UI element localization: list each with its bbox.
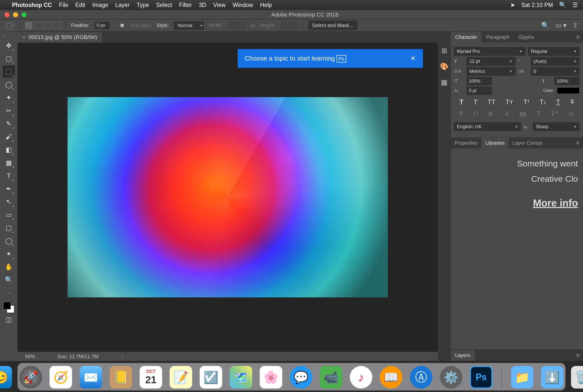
dock-maps[interactable]: 🗺️ — [230, 366, 252, 388]
artboard-tool[interactable]: ▢ — [3, 53, 15, 65]
dock-photoshop[interactable]: Ps — [470, 366, 492, 388]
more-info-link[interactable]: More info — [456, 194, 578, 212]
tab-layers[interactable]: Layers — [451, 350, 475, 361]
close-tooltip-button[interactable]: ✕ — [410, 55, 416, 62]
quick-mask-icon[interactable]: ◫ — [3, 313, 15, 325]
contextual-alt-button[interactable]: 𝓞 — [473, 110, 477, 117]
menu-file[interactable]: File — [59, 2, 68, 9]
ligatures-button[interactable]: fi — [460, 110, 463, 117]
tab-character[interactable]: Character — [451, 32, 482, 43]
vscale-input[interactable]: 100% — [467, 77, 492, 85]
menu-filter[interactable]: Filter — [179, 2, 192, 9]
dock-downloads[interactable]: ⬇️ — [541, 366, 563, 388]
kerning-select[interactable]: Metrics▼ — [467, 67, 515, 76]
dock-itunes[interactable]: ♪ — [350, 366, 372, 388]
dock-safari[interactable]: 🧭 — [50, 366, 72, 388]
underline-button[interactable]: T — [556, 98, 560, 106]
stylistic-alt-button[interactable]: a͟a — [519, 110, 526, 117]
swatches-panel-icon[interactable]: ▦ — [441, 78, 447, 86]
add-selection-icon[interactable] — [35, 22, 42, 29]
leading-select[interactable]: (Auto)▼ — [531, 57, 580, 66]
tab-glyphs[interactable]: Glyphs — [514, 32, 538, 43]
tab-layer-comps[interactable]: Layer Comps — [509, 138, 546, 148]
hscale-input[interactable]: 100% — [554, 77, 579, 85]
search-icon[interactable]: 🔍 — [541, 22, 549, 29]
dock-messages[interactable]: 💬 — [290, 366, 312, 388]
pen-tool[interactable]: ✒ — [3, 183, 15, 195]
close-window-button[interactable] — [5, 12, 10, 17]
superscript-button[interactable]: T¹ — [523, 98, 530, 106]
feather-input[interactable] — [95, 22, 110, 29]
ordinals-button[interactable]: 1ˢᵗ — [551, 110, 558, 117]
move-tool[interactable]: ✥ — [3, 40, 15, 52]
font-style-select[interactable]: Regular▼ — [528, 47, 579, 56]
ellipse-tool[interactable]: ◯ — [3, 235, 15, 247]
tool-preset-picker[interactable]: ▾ — [5, 22, 15, 30]
rounded-rect-tool[interactable]: ▢ — [3, 222, 15, 234]
share-icon[interactable]: ⇧ — [572, 22, 578, 29]
tab-properties[interactable]: Properties — [451, 138, 481, 148]
spotlight-icon[interactable]: 🔍 — [559, 2, 566, 9]
intersect-selection-icon[interactable] — [54, 22, 61, 29]
close-tab-icon[interactable]: × — [23, 35, 26, 40]
crop-tool[interactable]: ✂ — [3, 105, 15, 117]
menubar-clock[interactable]: Sat 2:10 PM — [521, 2, 553, 9]
menu-edit[interactable]: Edit — [75, 2, 85, 9]
style-select[interactable]: Normal — [174, 22, 204, 30]
zoom-level[interactable]: 50% — [25, 354, 35, 359]
layers-panel-menu-icon[interactable]: ≡ — [573, 352, 583, 359]
rectangle-tool[interactable]: ▭ — [3, 209, 15, 221]
dock-launchpad[interactable]: 🚀 — [20, 366, 42, 388]
dock-photos[interactable]: 🌸 — [260, 366, 282, 388]
learn-panel-icon[interactable]: ⊞ — [441, 47, 447, 55]
zoom-window-button[interactable] — [22, 12, 27, 17]
subtract-selection-icon[interactable] — [44, 22, 51, 29]
smallcaps-button[interactable]: Tᴛ — [506, 98, 513, 106]
allcaps-button[interactable]: TT — [487, 98, 495, 106]
tab-paragraph[interactable]: Paragraph — [482, 32, 514, 43]
subscript-button[interactable]: T₁ — [540, 98, 546, 106]
canvas-viewport[interactable]: Choose a topic to start learning Ps ✕ — [18, 43, 438, 352]
libraries-panel-menu-icon[interactable]: ≡ — [573, 140, 583, 146]
discretionary-lig-button[interactable]: st — [488, 110, 493, 117]
hand-tool[interactable]: ✋ — [3, 261, 15, 273]
menu-type[interactable]: Type — [137, 2, 149, 9]
new-selection-icon[interactable] — [25, 22, 32, 29]
path-select-tool[interactable]: ↖ — [3, 196, 15, 208]
text-color-swatch[interactable] — [557, 87, 579, 94]
select-and-mask-button[interactable]: Select and Mask... — [308, 21, 357, 30]
antialias-select[interactable]: Sharp▼ — [533, 122, 579, 131]
dock-ibooks[interactable]: 📖 — [380, 366, 402, 388]
app-name[interactable]: Photoshop CC — [12, 2, 52, 9]
baseline-input[interactable]: 0 pt — [467, 87, 492, 95]
dock-reminders[interactable]: ☑️ — [200, 366, 222, 388]
menu-window[interactable]: Window — [233, 2, 253, 9]
dock-applications-folder[interactable]: 📁 — [511, 366, 533, 388]
italic-button[interactable]: T — [473, 98, 477, 106]
status-more-icon[interactable]: 〉 — [121, 353, 126, 360]
menu-view[interactable]: View — [213, 2, 225, 9]
eyedropper-tool[interactable]: ✎ — [3, 118, 15, 130]
dock-trash[interactable]: 🗑️ — [571, 366, 583, 388]
expand-tools-icon[interactable]: » — [0, 33, 18, 39]
color-panel-icon[interactable]: 🎨 — [440, 62, 449, 71]
menu-3d[interactable]: 3D — [199, 2, 206, 9]
tracking-select[interactable]: 0▼ — [531, 67, 580, 76]
titling-alt-button[interactable]: T — [537, 110, 540, 117]
custom-shape-tool[interactable]: ✶ — [3, 248, 15, 260]
dock-appstore[interactable]: Ⓐ — [410, 366, 432, 388]
dock-calendar[interactable]: OCT21 — [140, 366, 162, 388]
foreground-color-swatch[interactable] — [3, 302, 11, 309]
strikethrough-button[interactable]: T — [570, 98, 574, 106]
dock-facetime[interactable]: 📹 — [320, 366, 342, 388]
menu-select[interactable]: Select — [156, 2, 172, 9]
color-swatches[interactable] — [3, 302, 14, 313]
dock-mail[interactable]: ✉️ — [80, 366, 102, 388]
edit-toolbar-icon[interactable]: ⋯ — [3, 287, 15, 299]
dock-contacts[interactable]: 📒 — [110, 366, 132, 388]
doc-size[interactable]: Doc: 11.7M/11.7M — [58, 354, 98, 359]
swash-button[interactable]: 𝒜 — [503, 110, 508, 117]
notification-center-icon[interactable]: ☰ — [572, 2, 578, 9]
lasso-tool[interactable]: ◯ — [3, 79, 15, 91]
dock-finder[interactable]: 😊 — [0, 366, 12, 388]
